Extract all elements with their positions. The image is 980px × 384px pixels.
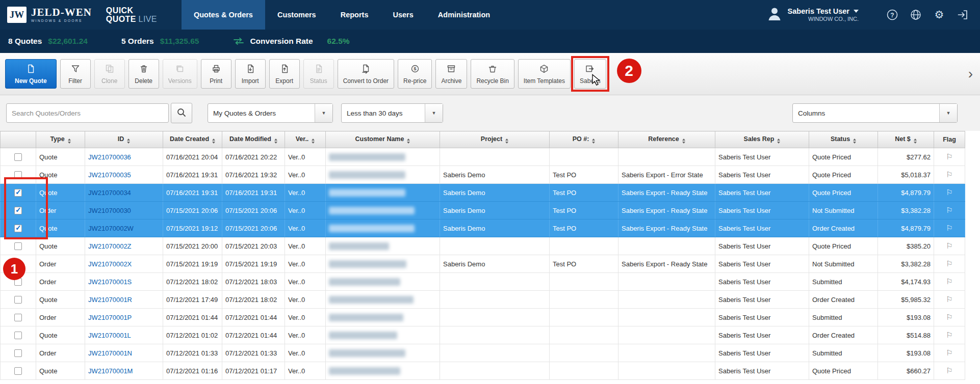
- table-row[interactable]: QuoteJW21070003607/16/2021 20:0407/16/20…: [1, 148, 965, 166]
- table-row[interactable]: OrderJW21070001S07/12/2021 18:0207/12/20…: [1, 273, 965, 291]
- col-header-reference[interactable]: Reference: [618, 131, 715, 148]
- col-header-net[interactable]: Net $: [878, 131, 934, 148]
- col-header-po[interactable]: PO #:: [550, 131, 618, 148]
- quote-id-link[interactable]: JW21070002W: [88, 225, 134, 232]
- nav-tab-reports[interactable]: Reports: [328, 0, 381, 30]
- table-row[interactable]: QuoteJW21070001R07/12/2021 17:4907/12/20…: [1, 291, 965, 309]
- col-header-date-created[interactable]: Date Created: [163, 131, 222, 148]
- quote-id-link[interactable]: JW210700034: [88, 189, 131, 197]
- quote-id-link[interactable]: JW21070001N: [88, 349, 132, 357]
- row-checkbox[interactable]: [14, 367, 22, 375]
- toolbar-button-delete[interactable]: Delete: [128, 59, 159, 89]
- flag-icon[interactable]: ⚐: [946, 224, 952, 232]
- flag-icon[interactable]: ⚐: [946, 259, 952, 268]
- row-checkbox[interactable]: [14, 278, 22, 286]
- toolbar-button-recycle-bin[interactable]: Recycle Bin: [471, 59, 514, 89]
- flag-icon[interactable]: ⚐: [946, 206, 952, 214]
- toolbar-button-item-templates[interactable]: Item Templates: [518, 59, 571, 89]
- table-row[interactable]: QuoteJW21070003407/16/2021 19:3107/16/20…: [1, 184, 965, 202]
- table-row[interactable]: OrderJW21070001P07/12/2021 01:4407/12/20…: [1, 309, 965, 326]
- flag-icon[interactable]: ⚐: [946, 277, 952, 286]
- toolbar-button-import[interactable]: Import: [235, 59, 266, 89]
- customer-name-redacted: [329, 367, 400, 375]
- cell-date-modified: 07/15/2021 20:03: [222, 237, 285, 255]
- user-menu-chevron-down-icon[interactable]: [854, 10, 859, 13]
- quote-id-link[interactable]: JW21070001S: [88, 278, 132, 286]
- row-checkbox[interactable]: [14, 332, 22, 339]
- table-row[interactable]: OrderJW21070001N07/12/2021 01:3307/12/20…: [1, 344, 965, 362]
- row-checkbox[interactable]: [14, 260, 22, 268]
- quote-id-link[interactable]: JW210700030: [88, 207, 131, 214]
- row-checkbox[interactable]: [14, 153, 22, 161]
- table-row[interactable]: QuoteJW21070003507/16/2021 19:3107/16/20…: [1, 166, 965, 184]
- col-header-project[interactable]: Project: [440, 131, 550, 148]
- toolbar-button-new-quote[interactable]: New Quote: [5, 59, 57, 89]
- quote-id-link[interactable]: JW210700036: [88, 153, 131, 161]
- toolbar-button-convert-to-order[interactable]: Convert to Order: [338, 59, 394, 89]
- cell-status: Not Submitted: [809, 202, 878, 220]
- search-button[interactable]: [171, 103, 192, 123]
- quote-id-link[interactable]: JW21070002Z: [88, 242, 132, 250]
- table-row[interactable]: OrderJW21070003007/15/2021 20:0607/15/20…: [1, 202, 965, 220]
- quote-id-link[interactable]: JW21070001R: [88, 296, 132, 304]
- toolbar-button-filter[interactable]: Filter: [60, 59, 91, 89]
- table-row[interactable]: QuoteJW21070001L07/12/2021 01:0207/12/20…: [1, 326, 965, 344]
- col-header-ver[interactable]: Ver..: [285, 131, 326, 148]
- settings-gear-icon[interactable]: ⚙: [932, 8, 946, 22]
- globe-icon[interactable]: [909, 8, 923, 22]
- date-range-select[interactable]: Less than 30 days ▼: [341, 103, 443, 123]
- col-header-date-modified[interactable]: Date Modified: [222, 131, 285, 148]
- table-row[interactable]: QuoteJW21070001M07/12/2021 01:1607/12/20…: [1, 362, 965, 380]
- scope-select[interactable]: My Quotes & Orders ▼: [208, 103, 333, 123]
- search-input[interactable]: [6, 103, 169, 123]
- flag-icon[interactable]: ⚐: [946, 366, 952, 375]
- flag-icon[interactable]: ⚐: [946, 348, 952, 357]
- toolbar-expand-chevron-icon[interactable]: ›: [968, 67, 975, 81]
- col-header-type[interactable]: Type: [36, 131, 85, 148]
- cell-date-modified: 07/12/2021 18:03: [222, 273, 285, 291]
- row-checkbox[interactable]: [14, 314, 22, 321]
- table-row[interactable]: OrderJW21070002X07/15/2021 19:1907/15/20…: [1, 255, 965, 273]
- columns-select[interactable]: Columns ▼: [792, 103, 958, 123]
- row-checkbox[interactable]: [14, 171, 22, 179]
- col-header-customer-name[interactable]: Customer Name: [326, 131, 440, 148]
- cell-customer-name: [326, 273, 440, 291]
- flag-icon[interactable]: ⚐: [946, 295, 952, 304]
- row-checkbox[interactable]: [14, 225, 22, 232]
- cell-date-created: 07/12/2021 01:16: [163, 362, 222, 380]
- quote-id-link[interactable]: JW21070001P: [88, 314, 132, 321]
- row-checkbox[interactable]: [14, 349, 22, 357]
- help-icon[interactable]: ?: [885, 8, 899, 22]
- quote-id-link[interactable]: JW21070001M: [88, 367, 133, 375]
- flag-icon[interactable]: ⚐: [946, 313, 952, 321]
- toolbar-button-export[interactable]: Export: [269, 59, 300, 89]
- flag-icon[interactable]: ⚐: [946, 188, 952, 197]
- flag-icon[interactable]: ⚐: [946, 331, 952, 339]
- col-header-id[interactable]: ID: [85, 131, 163, 148]
- row-checkbox[interactable]: [14, 242, 22, 250]
- toolbar-button-re-price[interactable]: $Re-price: [398, 59, 432, 89]
- toolbar-button-archive[interactable]: Archive: [435, 59, 467, 89]
- row-checkbox[interactable]: [14, 189, 22, 197]
- nav-tab-users[interactable]: Users: [380, 0, 425, 30]
- flag-icon[interactable]: ⚐: [946, 170, 952, 179]
- quote-id-link[interactable]: JW210700035: [88, 171, 131, 179]
- col-header-sales-rep[interactable]: Sales Rep: [715, 131, 809, 148]
- col-header-status[interactable]: Status: [809, 131, 878, 148]
- logout-icon[interactable]: [956, 8, 970, 22]
- table-row[interactable]: QuoteJW21070002Z07/15/2021 20:0007/15/20…: [1, 237, 965, 255]
- flag-icon[interactable]: ⚐: [946, 241, 952, 250]
- nav-tab-administration[interactable]: Administration: [426, 0, 502, 30]
- toolbar-button-print[interactable]: Print: [201, 59, 231, 89]
- row-checkbox[interactable]: [14, 207, 22, 214]
- user-avatar-icon[interactable]: [766, 6, 783, 24]
- row-checkbox[interactable]: [14, 296, 22, 304]
- nav-tab-quotes-orders[interactable]: Quotes & Orders: [182, 0, 265, 30]
- quote-id-link[interactable]: JW21070002X: [88, 260, 132, 268]
- nav-tab-customers[interactable]: Customers: [265, 0, 328, 30]
- flag-icon[interactable]: ⚐: [946, 152, 952, 161]
- toolbar-button-saberis[interactable]: Saberis2: [574, 59, 606, 89]
- cell-reference: Saberis Export - Ready State: [618, 184, 715, 202]
- quote-id-link[interactable]: JW21070001L: [88, 332, 131, 339]
- table-row[interactable]: QuoteJW21070002W07/15/2021 19:1207/15/20…: [1, 220, 965, 237]
